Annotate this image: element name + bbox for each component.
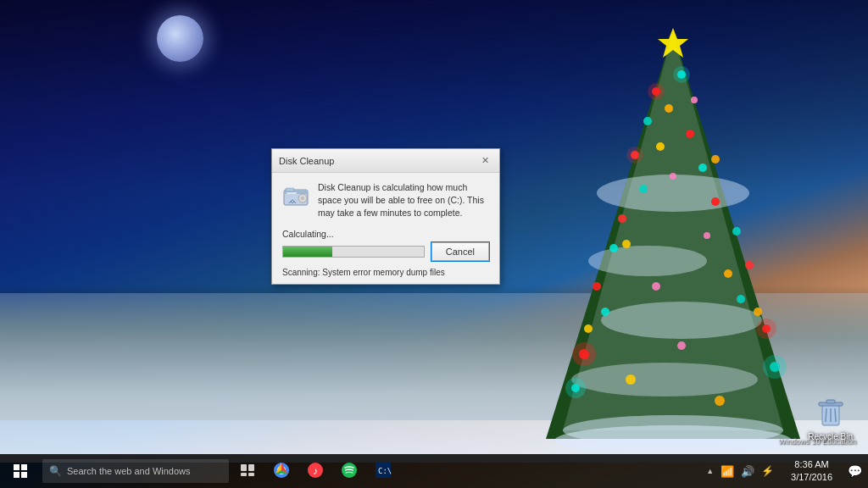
dialog-titlebar: Disk Cleanup ✕ — [272, 149, 499, 173]
moon — [157, 15, 203, 62]
scanning-label: Scanning: — [282, 268, 320, 277]
svg-point-32 — [754, 308, 762, 316]
svg-rect-65 — [241, 464, 247, 471]
disk-cleanup-icon — [282, 183, 309, 210]
svg-point-20 — [609, 244, 618, 252]
svg-point-9 — [686, 130, 694, 138]
progress-bar-fill — [283, 247, 332, 257]
svg-point-4 — [601, 302, 762, 339]
svg-rect-64 — [21, 472, 27, 478]
svg-point-5 — [571, 363, 758, 396]
svg-point-34 — [715, 396, 725, 406]
svg-point-23 — [737, 295, 745, 303]
scanning-item: System error memory dump files — [322, 268, 444, 277]
calculating-text: Calculating... — [282, 229, 489, 239]
taskbar-app-itunes[interactable]: ♪ — [298, 454, 332, 488]
search-icon: 🔍 — [49, 465, 62, 477]
svg-point-31 — [584, 324, 593, 333]
svg-point-48 — [554, 425, 792, 456]
clock-time: 8:36 AM — [794, 458, 828, 471]
tray-battery-icon[interactable]: ⚡ — [760, 463, 776, 479]
disk-cleanup-dialog: Disk Cleanup ✕ — [271, 148, 500, 285]
dialog-icon-row: Disk Cleanup is calculating how much spa… — [282, 181, 489, 220]
progress-bar-container — [282, 246, 425, 258]
svg-point-36 — [670, 173, 676, 180]
search-text: Search the web and Windows — [67, 466, 191, 476]
svg-point-13 — [745, 261, 754, 269]
task-view-icon — [241, 464, 254, 476]
svg-text:♪: ♪ — [313, 465, 318, 477]
svg-point-22 — [601, 308, 609, 316]
dialog-title: Disk Cleanup — [279, 156, 334, 166]
svg-rect-62 — [21, 464, 27, 470]
svg-rect-68 — [248, 473, 254, 476]
notification-button[interactable]: 💬 — [841, 454, 868, 488]
svg-point-12 — [593, 282, 601, 291]
clock-date: 3/17/2016 — [791, 471, 832, 484]
recycle-bin[interactable]: Recycle Bin — [808, 393, 853, 441]
svg-rect-67 — [241, 473, 247, 476]
cancel-button[interactable]: Cancel — [431, 242, 489, 261]
recycle-bin-icon — [814, 393, 848, 430]
system-tray: ▲ 📶 🔊 ⚡ — [698, 463, 782, 480]
svg-line-52 — [826, 408, 826, 422]
taskbar-app-shell[interactable]: C:\ — [366, 454, 400, 488]
svg-point-58 — [301, 197, 304, 200]
svg-point-39 — [677, 341, 686, 350]
svg-rect-61 — [14, 464, 19, 470]
dialog-message: Disk Cleanup is calculating how much spa… — [318, 181, 489, 220]
svg-point-18 — [698, 164, 707, 172]
svg-point-74 — [342, 463, 357, 478]
svg-rect-51 — [826, 400, 835, 403]
disk-cleanup-dialog-wrapper: Disk Cleanup ✕ — [271, 148, 500, 285]
chrome-icon — [273, 462, 290, 479]
itunes-icon: ♪ — [307, 462, 324, 479]
clock[interactable]: 8:36 AM 3/17/2016 — [784, 454, 839, 488]
svg-point-27 — [656, 142, 665, 151]
svg-rect-60 — [286, 188, 294, 191]
dialog-content: Disk Cleanup is calculating how much spa… — [272, 173, 499, 284]
win10-label: Windows 10 Education — [778, 437, 856, 446]
dialog-close-button[interactable]: ✕ — [477, 153, 492, 169]
dialog-progress-section: Calculating... Cancel — [282, 229, 489, 261]
svg-point-41 — [648, 83, 665, 100]
svg-point-47 — [756, 319, 776, 339]
svg-point-19 — [639, 185, 648, 193]
svg-point-44 — [572, 342, 596, 366]
christmas-tree — [512, 24, 834, 464]
taskbar-search[interactable]: 🔍 Search the web and Windows — [42, 459, 229, 483]
spotify-icon — [341, 462, 358, 479]
tray-volume-icon[interactable]: 🔊 — [739, 463, 756, 480]
svg-point-3 — [588, 246, 707, 276]
svg-point-37 — [704, 232, 710, 239]
taskbar: 🔍 Search the web and Windows — [0, 454, 868, 488]
svg-point-10 — [618, 214, 626, 223]
svg-point-46 — [763, 355, 787, 379]
svg-point-33 — [626, 374, 636, 385]
svg-point-2 — [597, 175, 749, 212]
svg-point-26 — [665, 104, 673, 113]
shell-icon: C:\ — [375, 462, 392, 479]
svg-point-11 — [711, 197, 720, 206]
svg-rect-59 — [287, 192, 297, 194]
svg-point-29 — [622, 240, 631, 248]
tray-chevron[interactable]: ▲ — [704, 465, 715, 477]
taskbar-app-spotify[interactable] — [332, 454, 366, 488]
task-view-button[interactable] — [231, 454, 264, 488]
svg-point-30 — [724, 269, 732, 278]
svg-point-43 — [626, 147, 643, 164]
tray-network-icon[interactable]: 📶 — [719, 463, 736, 480]
svg-point-28 — [711, 155, 720, 164]
svg-point-35 — [691, 97, 698, 103]
svg-point-17 — [643, 117, 652, 125]
taskbar-right: ▲ 📶 🔊 ⚡ 8:36 AM 3/17/2016 💬 — [698, 454, 868, 488]
svg-rect-66 — [248, 464, 254, 471]
svg-line-54 — [835, 408, 836, 422]
svg-rect-63 — [14, 472, 19, 478]
desktop: Recycle Bin Windows 10 Education Disk Cl… — [0, 0, 868, 488]
svg-point-21 — [732, 227, 741, 236]
scanning-text: Scanning: System error memory dump files — [282, 268, 489, 277]
taskbar-app-chrome[interactable] — [264, 454, 298, 488]
start-button[interactable] — [0, 454, 41, 488]
svg-text:C:\: C:\ — [378, 467, 392, 475]
